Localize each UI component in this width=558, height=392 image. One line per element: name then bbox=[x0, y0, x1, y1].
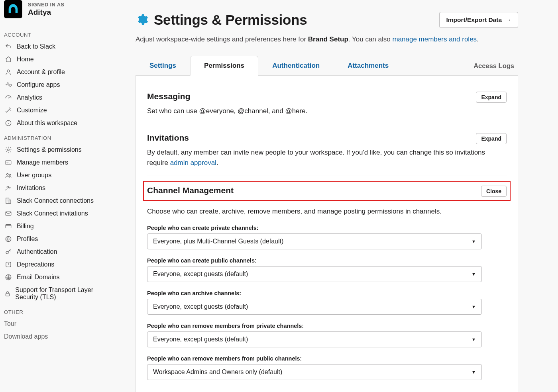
sidebar-admin-item[interactable]: Slack Connect connections bbox=[4, 194, 116, 207]
tab-attachments[interactable]: Attachments bbox=[334, 56, 403, 75]
field-label: People who can archive channels: bbox=[147, 290, 507, 296]
building-icon bbox=[4, 197, 13, 204]
signed-in-label: SIGNED IN AS bbox=[28, 2, 64, 8]
info-icon bbox=[4, 120, 13, 127]
signed-in-block: SIGNED IN AS Aditya bbox=[4, 0, 116, 26]
select-value: Everyone, except guests (default) bbox=[153, 303, 248, 310]
sidebar-admin-item[interactable]: Profiles bbox=[4, 233, 116, 245]
sidebar-item-label: Email Domains bbox=[17, 274, 60, 281]
sidebar-account-item[interactable]: Configure apps bbox=[4, 78, 116, 91]
svg-rect-9 bbox=[9, 200, 11, 204]
select-dropdown[interactable]: Everyone, except guests (default)▼ bbox=[147, 266, 482, 282]
permissions-panel: Messaging Expand Set who can use @everyo… bbox=[136, 76, 518, 392]
sidebar-section-account: ACCOUNT bbox=[4, 26, 116, 40]
domains-icon bbox=[4, 274, 13, 281]
sidebar-item-label: Authentication bbox=[17, 248, 57, 255]
subtitle-text: . bbox=[477, 35, 479, 43]
sidebar-admin-item[interactable]: Email Domains bbox=[4, 271, 116, 284]
subtitle-text: Adjust workspace-wide settings and prefe… bbox=[136, 35, 308, 43]
sidebar-account-item[interactable]: Home bbox=[4, 53, 116, 66]
key-icon bbox=[4, 248, 13, 255]
admin-approval-link[interactable]: admin approval bbox=[170, 159, 216, 167]
svg-point-2 bbox=[8, 149, 10, 151]
main-content: Settings & Permissions Import/Export Dat… bbox=[120, 0, 534, 392]
channel-field: People who can remove members from publi… bbox=[147, 355, 507, 380]
select-dropdown[interactable]: Everyone, except guests (default)▼ bbox=[147, 299, 482, 315]
select-dropdown[interactable]: Workspace Admins and Owners only (defaul… bbox=[147, 364, 482, 380]
manage-members-link[interactable]: manage members and roles bbox=[392, 35, 477, 43]
sidebar-admin-item[interactable]: Invitations bbox=[4, 182, 116, 194]
chevron-down-icon: ▼ bbox=[472, 272, 476, 276]
svg-point-0 bbox=[7, 70, 10, 72]
select-value: Everyone, except guests (default) bbox=[153, 336, 248, 343]
page-subtitle: Adjust workspace-wide settings and prefe… bbox=[136, 34, 518, 45]
person-icon bbox=[4, 69, 13, 76]
sidebar-admin-item[interactable]: Slack Connect invitations bbox=[4, 207, 116, 220]
avatar bbox=[4, 0, 22, 18]
select-dropdown[interactable]: Everyone, except guests (default)▼ bbox=[147, 331, 482, 347]
arrow-right-icon: → bbox=[506, 17, 511, 23]
plug-icon bbox=[4, 81, 13, 88]
sidebar-admin-item[interactable]: User groups bbox=[4, 169, 116, 182]
sidebar-account-item[interactable]: Analytics bbox=[4, 91, 116, 104]
chevron-down-icon: ▼ bbox=[472, 370, 476, 374]
tab-permissions[interactable]: Permissions bbox=[190, 56, 258, 76]
tab-settings[interactable]: Settings bbox=[136, 56, 190, 75]
field-label: People who can create private channels: bbox=[147, 225, 507, 231]
wand-icon bbox=[4, 107, 13, 114]
chevron-down-icon: ▼ bbox=[472, 337, 476, 342]
import-export-button[interactable]: Import/Export Data → bbox=[439, 12, 518, 28]
sidebar-other-item[interactable]: Tour bbox=[4, 318, 116, 330]
sidebar-account-item[interactable]: Back to Slack bbox=[4, 40, 116, 53]
avatar-icon bbox=[6, 2, 20, 16]
svg-point-6 bbox=[9, 174, 11, 176]
sidebar-other-item[interactable]: Download apps bbox=[4, 330, 116, 343]
section-channel-management: Channel Management Close Choose who can … bbox=[147, 176, 507, 388]
sidebar-item-label: Support for Transport Layer Security (TL… bbox=[15, 286, 116, 301]
sidebar-admin-item[interactable]: Manage members bbox=[4, 156, 116, 169]
sidebar-item-label: User groups bbox=[17, 172, 51, 179]
sidebar-item-label: Back to Slack bbox=[17, 43, 55, 50]
sidebar-item-label: Settings & permissions bbox=[17, 146, 82, 153]
tab-authentication[interactable]: Authentication bbox=[258, 56, 334, 75]
signed-in-name[interactable]: Aditya bbox=[28, 8, 64, 17]
sidebar-account-item[interactable]: Customize bbox=[4, 104, 116, 117]
svg-rect-10 bbox=[6, 212, 11, 216]
channel-field: People who can archive channels:Everyone… bbox=[147, 290, 507, 315]
field-label: People who can remove members from publi… bbox=[147, 355, 507, 362]
svg-rect-3 bbox=[6, 161, 11, 165]
sidebar-section-other: OTHER bbox=[4, 304, 116, 318]
section-title: Messaging bbox=[147, 92, 191, 101]
section-description: Choose who can create, archive, remove m… bbox=[147, 206, 507, 217]
sidebar-item-label: Home bbox=[17, 56, 34, 63]
select-dropdown[interactable]: Everyone, plus Multi-Channel Guests (def… bbox=[147, 233, 482, 249]
sidebar-admin-item[interactable]: Settings & permissions bbox=[4, 143, 116, 156]
section-title: Channel Management bbox=[147, 186, 234, 195]
svg-point-5 bbox=[7, 174, 9, 176]
undo-icon bbox=[4, 43, 13, 50]
section-description: Set who can use @everyone, @channel, and… bbox=[147, 106, 507, 116]
highlight-box: Channel Management Close bbox=[143, 181, 511, 201]
field-label: People who can remove members from priva… bbox=[147, 323, 507, 329]
sidebar-account-item[interactable]: About this workspace bbox=[4, 117, 116, 129]
select-value: Everyone, plus Multi-Channel Guests (def… bbox=[153, 238, 283, 245]
sidebar-admin-item[interactable]: Support for Transport Layer Security (TL… bbox=[4, 284, 116, 304]
globe-icon bbox=[4, 235, 13, 243]
envelope-icon bbox=[4, 210, 13, 217]
expand-button[interactable]: Expand bbox=[476, 92, 507, 103]
close-button[interactable]: Close bbox=[481, 186, 507, 197]
access-logs-link[interactable]: Access Logs bbox=[470, 57, 518, 75]
sidebar-account-item[interactable]: Account & profile bbox=[4, 66, 116, 78]
sidebar-admin-item[interactable]: Billing bbox=[4, 220, 116, 233]
section-description: By default, any member can invite new pe… bbox=[147, 147, 507, 168]
lock-icon bbox=[4, 290, 11, 297]
sidebar: SIGNED IN AS Aditya ACCOUNT Back to Slac… bbox=[0, 0, 120, 392]
workspace-name: Brand Setup bbox=[308, 35, 348, 43]
sidebar-admin-item[interactable]: Authentication bbox=[4, 245, 116, 258]
expand-button[interactable]: Expand bbox=[476, 133, 507, 144]
sidebar-item-label: Customize bbox=[17, 107, 47, 114]
invite-icon bbox=[4, 184, 13, 192]
sidebar-admin-item[interactable]: Deprecations bbox=[4, 258, 116, 271]
sidebar-item-label: Invitations bbox=[17, 184, 45, 192]
sidebar-item-label: Analytics bbox=[17, 94, 42, 101]
